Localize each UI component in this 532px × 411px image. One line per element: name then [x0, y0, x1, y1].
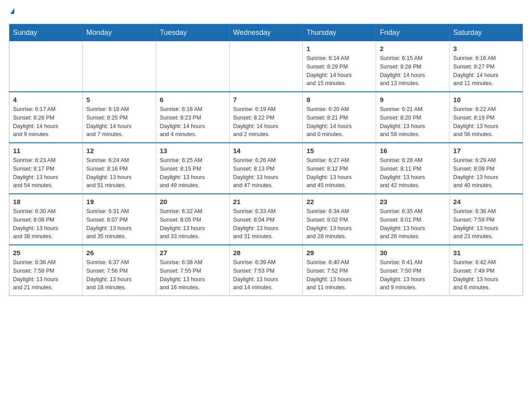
day-number: 24 [453, 198, 519, 206]
calendar-cell: 28Sunrise: 6:39 AM Sunset: 7:53 PM Dayli… [229, 245, 303, 296]
calendar-cell: 21Sunrise: 6:33 AM Sunset: 8:04 PM Dayli… [229, 194, 303, 245]
weekday-header-thursday: Thursday [303, 24, 376, 42]
day-info: Sunrise: 6:36 AM Sunset: 7:58 PM Dayligh… [13, 258, 79, 292]
day-number: 4 [13, 96, 79, 103]
page-header [9, 9, 523, 15]
weekday-header-friday: Friday [376, 24, 450, 42]
day-number: 5 [86, 96, 152, 103]
day-number: 14 [233, 147, 299, 154]
day-info: Sunrise: 6:20 AM Sunset: 8:21 PM Dayligh… [306, 105, 372, 139]
day-info: Sunrise: 6:35 AM Sunset: 8:01 PM Dayligh… [380, 207, 446, 241]
day-info: Sunrise: 6:23 AM Sunset: 8:17 PM Dayligh… [13, 156, 79, 190]
day-info: Sunrise: 6:37 AM Sunset: 7:56 PM Dayligh… [86, 258, 152, 292]
day-info: Sunrise: 6:33 AM Sunset: 8:04 PM Dayligh… [233, 207, 299, 241]
day-info: Sunrise: 6:39 AM Sunset: 7:53 PM Dayligh… [233, 258, 299, 292]
day-info: Sunrise: 6:17 AM Sunset: 8:26 PM Dayligh… [13, 105, 79, 139]
day-number: 12 [86, 147, 152, 154]
day-info: Sunrise: 6:28 AM Sunset: 8:11 PM Dayligh… [380, 156, 446, 190]
day-number: 2 [380, 45, 446, 52]
day-number: 22 [306, 198, 372, 206]
day-number: 20 [160, 198, 226, 206]
weekday-header-saturday: Saturday [450, 24, 523, 42]
day-number: 1 [306, 45, 372, 52]
calendar-week-row: 4Sunrise: 6:17 AM Sunset: 8:26 PM Daylig… [9, 92, 523, 143]
calendar-cell: 11Sunrise: 6:23 AM Sunset: 8:17 PM Dayli… [9, 143, 83, 194]
day-number: 29 [306, 249, 372, 257]
calendar-week-row: 18Sunrise: 6:30 AM Sunset: 8:08 PM Dayli… [9, 194, 523, 245]
calendar-cell: 1Sunrise: 6:14 AM Sunset: 8:29 PM Daylig… [303, 41, 376, 92]
day-number: 30 [380, 249, 446, 257]
calendar-cell: 26Sunrise: 6:37 AM Sunset: 7:56 PM Dayli… [82, 245, 156, 296]
day-info: Sunrise: 6:36 AM Sunset: 7:59 PM Dayligh… [453, 207, 519, 241]
day-info: Sunrise: 6:34 AM Sunset: 8:02 PM Dayligh… [306, 207, 372, 241]
day-number: 16 [380, 147, 446, 154]
calendar-cell: 7Sunrise: 6:19 AM Sunset: 8:22 PM Daylig… [229, 92, 303, 143]
day-info: Sunrise: 6:14 AM Sunset: 8:29 PM Dayligh… [306, 54, 372, 88]
calendar-cell: 22Sunrise: 6:34 AM Sunset: 8:02 PM Dayli… [303, 194, 376, 245]
calendar-cell [82, 41, 156, 92]
day-info: Sunrise: 6:16 AM Sunset: 8:27 PM Dayligh… [453, 54, 519, 88]
day-number: 31 [453, 249, 519, 257]
calendar-cell [229, 41, 303, 92]
calendar-week-row: 25Sunrise: 6:36 AM Sunset: 7:58 PM Dayli… [9, 245, 523, 296]
calendar-cell: 8Sunrise: 6:20 AM Sunset: 8:21 PM Daylig… [303, 92, 376, 143]
day-info: Sunrise: 6:29 AM Sunset: 8:09 PM Dayligh… [453, 156, 519, 190]
calendar-cell: 12Sunrise: 6:24 AM Sunset: 8:16 PM Dayli… [82, 143, 156, 194]
calendar-cell: 17Sunrise: 6:29 AM Sunset: 8:09 PM Dayli… [450, 143, 523, 194]
day-info: Sunrise: 6:42 AM Sunset: 7:49 PM Dayligh… [453, 258, 519, 292]
day-info: Sunrise: 6:19 AM Sunset: 8:22 PM Dayligh… [233, 105, 299, 139]
calendar-cell: 13Sunrise: 6:25 AM Sunset: 8:15 PM Dayli… [156, 143, 229, 194]
day-number: 19 [86, 198, 152, 206]
day-info: Sunrise: 6:25 AM Sunset: 8:15 PM Dayligh… [160, 156, 226, 190]
day-info: Sunrise: 6:18 AM Sunset: 8:23 PM Dayligh… [160, 105, 226, 139]
day-number: 25 [13, 249, 79, 257]
day-info: Sunrise: 6:26 AM Sunset: 8:13 PM Dayligh… [233, 156, 299, 190]
weekday-header-monday: Monday [82, 24, 156, 42]
calendar-cell: 25Sunrise: 6:36 AM Sunset: 7:58 PM Dayli… [9, 245, 83, 296]
day-number: 10 [453, 96, 519, 103]
calendar-cell: 20Sunrise: 6:32 AM Sunset: 8:05 PM Dayli… [156, 194, 229, 245]
calendar-cell: 18Sunrise: 6:30 AM Sunset: 8:08 PM Dayli… [9, 194, 83, 245]
day-number: 27 [160, 249, 226, 257]
day-number: 11 [13, 147, 79, 154]
calendar-cell: 6Sunrise: 6:18 AM Sunset: 8:23 PM Daylig… [156, 92, 229, 143]
day-number: 9 [380, 96, 446, 103]
day-info: Sunrise: 6:31 AM Sunset: 8:07 PM Dayligh… [86, 207, 152, 241]
logo [9, 9, 14, 15]
calendar-week-row: 11Sunrise: 6:23 AM Sunset: 8:17 PM Dayli… [9, 143, 523, 194]
weekday-header-tuesday: Tuesday [156, 24, 229, 42]
day-info: Sunrise: 6:27 AM Sunset: 8:12 PM Dayligh… [306, 156, 372, 190]
calendar-cell: 30Sunrise: 6:41 AM Sunset: 7:50 PM Dayli… [376, 245, 450, 296]
day-number: 17 [453, 147, 519, 154]
day-info: Sunrise: 6:21 AM Sunset: 8:20 PM Dayligh… [380, 105, 446, 139]
calendar-cell [9, 41, 83, 92]
calendar-week-row: 1Sunrise: 6:14 AM Sunset: 8:29 PM Daylig… [9, 41, 523, 92]
day-info: Sunrise: 6:18 AM Sunset: 8:25 PM Dayligh… [86, 105, 152, 139]
day-info: Sunrise: 6:41 AM Sunset: 7:50 PM Dayligh… [380, 258, 446, 292]
day-number: 21 [233, 198, 299, 206]
day-info: Sunrise: 6:15 AM Sunset: 8:28 PM Dayligh… [380, 54, 446, 88]
day-number: 23 [380, 198, 446, 206]
day-info: Sunrise: 6:30 AM Sunset: 8:08 PM Dayligh… [13, 207, 79, 241]
calendar-header-row: SundayMondayTuesdayWednesdayThursdayFrid… [9, 24, 523, 42]
day-number: 7 [233, 96, 299, 103]
calendar-cell: 19Sunrise: 6:31 AM Sunset: 8:07 PM Dayli… [82, 194, 156, 245]
day-number: 6 [160, 96, 226, 103]
day-number: 8 [306, 96, 372, 103]
calendar-cell: 29Sunrise: 6:40 AM Sunset: 7:52 PM Dayli… [303, 245, 376, 296]
calendar-table: SundayMondayTuesdayWednesdayThursdayFrid… [9, 24, 523, 296]
calendar-cell: 31Sunrise: 6:42 AM Sunset: 7:49 PM Dayli… [450, 245, 523, 296]
calendar-cell: 24Sunrise: 6:36 AM Sunset: 7:59 PM Dayli… [450, 194, 523, 245]
day-number: 13 [160, 147, 226, 154]
calendar-cell: 14Sunrise: 6:26 AM Sunset: 8:13 PM Dayli… [229, 143, 303, 194]
weekday-header-sunday: Sunday [9, 24, 83, 42]
day-number: 3 [453, 45, 519, 52]
calendar-cell: 27Sunrise: 6:38 AM Sunset: 7:55 PM Dayli… [156, 245, 229, 296]
calendar-cell: 23Sunrise: 6:35 AM Sunset: 8:01 PM Dayli… [376, 194, 450, 245]
day-info: Sunrise: 6:40 AM Sunset: 7:52 PM Dayligh… [306, 258, 372, 292]
day-info: Sunrise: 6:38 AM Sunset: 7:55 PM Dayligh… [160, 258, 226, 292]
day-number: 15 [306, 147, 372, 154]
calendar-cell: 3Sunrise: 6:16 AM Sunset: 8:27 PM Daylig… [450, 41, 523, 92]
day-number: 28 [233, 249, 299, 257]
calendar-cell: 16Sunrise: 6:28 AM Sunset: 8:11 PM Dayli… [376, 143, 450, 194]
